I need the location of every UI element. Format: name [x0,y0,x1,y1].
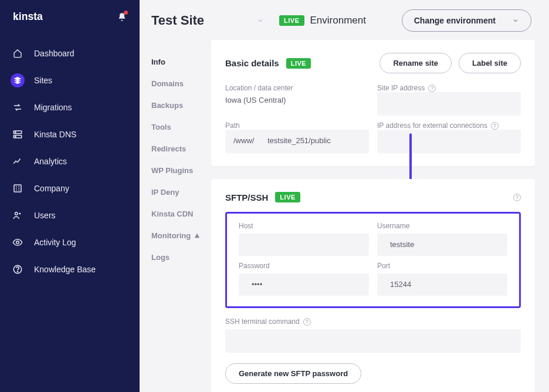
svg-point-4 [15,132,16,133]
dns-icon [12,129,23,140]
notification-dot-icon [124,11,128,15]
nav-label: Dashboard [34,49,74,58]
help-icon[interactable]: ? [513,194,521,201]
eye-icon [12,237,23,248]
password-label: Password [239,262,369,270]
site-ip-label: Site IP address ? [377,84,521,92]
svg-rect-6 [14,185,21,192]
nav-label: Knowledge Base [34,265,96,274]
notifications-button[interactable] [117,12,127,22]
port-label: Port [377,262,507,270]
nav-dns[interactable]: Kinsta DNS [0,121,140,148]
nav-label: Migrations [34,103,72,112]
subnav-redirects[interactable]: Redirects [151,144,211,153]
subnav-logs[interactable]: Logs [151,253,211,262]
port-value: 15244 [377,273,507,296]
ssh-cmd-value [225,329,521,353]
sftp-credentials-box: Host Username testsite Password •••• [225,212,521,308]
label-site-button[interactable]: Label site [459,53,521,73]
live-badge: LIVE [279,15,304,26]
external-ip-value [377,130,521,153]
card-title: SFTP/SSH [225,192,268,202]
page-title: Test Site [151,13,204,28]
nav-analytics[interactable]: Analytics [0,148,140,175]
analytics-icon [12,156,23,167]
svg-point-5 [15,136,16,137]
svg-point-8 [16,241,19,244]
live-badge: LIVE [286,58,311,69]
chevron-down-icon [512,17,519,24]
subnav-cdn[interactable]: Kinsta CDN [151,209,211,218]
kinsta-logo: kinsta [13,11,65,23]
nav-activity[interactable]: Activity Log [0,229,140,256]
change-env-label: Change environment [414,16,496,25]
help-icon[interactable]: ? [491,122,499,130]
location-value: Iowa (US Central) [225,92,369,116]
subnav-monitoring[interactable]: Monitoring [151,231,211,240]
subnav-info[interactable]: Info [151,58,211,66]
rename-site-button[interactable]: Rename site [379,53,452,73]
help-icon[interactable]: ? [303,318,311,326]
alert-icon [194,233,200,239]
subnav-ipdeny[interactable]: IP Deny [151,188,211,197]
subnav-domains[interactable]: Domains [151,79,211,88]
question-circle-icon [12,264,23,275]
password-value: •••• [239,273,369,296]
username-label: Username [377,222,507,230]
card-title: Basic details [225,58,279,68]
sidebar: kinsta Dashboard Sites Migrations Kinsta… [0,0,140,392]
nav-dashboard[interactable]: Dashboard [0,40,140,67]
nav-migrations[interactable]: Migrations [0,94,140,121]
site-subnav: Info Domains Backups Tools Redirects WP … [140,32,211,392]
subnav-backups[interactable]: Backups [151,101,211,110]
svg-point-1 [16,18,18,20]
change-environment-button[interactable]: Change environment [402,9,531,32]
users-icon [12,210,23,221]
home-icon [13,49,22,58]
help-icon[interactable]: ? [428,85,436,92]
nav-sites[interactable]: Sites [0,67,140,94]
ssh-cmd-label: SSH terminal command ? [225,317,521,326]
site-ip-value [377,92,521,116]
username-value: testsite [377,234,507,256]
nav-company[interactable]: Company [0,175,140,202]
company-icon [12,183,23,194]
nav-label: Company [34,184,69,193]
svg-point-10 [17,271,18,272]
nav-label: Sites [34,76,52,85]
nav-knowledge[interactable]: Knowledge Base [0,256,140,283]
path-value: /www/ testsite_251/public [225,130,369,153]
nav-label: Activity Log [34,238,76,247]
host-label: Host [239,222,369,230]
host-value [239,234,369,256]
location-label: Location / data center [225,84,369,92]
subnav-plugins[interactable]: WP Plugins [151,166,211,175]
nav-users[interactable]: Users [0,202,140,229]
environment-label: Environment [310,15,366,26]
subnav-tools[interactable]: Tools [151,123,211,131]
nav-label: Users [34,211,56,220]
path-label: Path [225,121,369,130]
basic-details-card: Basic details LIVE Rename site Label sit… [211,40,535,166]
page-header: Test Site LIVE Environment Change enviro… [140,0,549,32]
generate-sftp-password-button[interactable]: Generate new SFTP password [225,363,361,384]
svg-point-7 [15,212,18,215]
svg-text:kinsta: kinsta [13,11,43,22]
chevron-down-icon[interactable] [257,17,264,24]
migration-icon [12,102,23,113]
main-nav: Dashboard Sites Migrations Kinsta DNS An… [0,40,140,283]
sftp-card: SFTP/SSH LIVE ? Host Username testsite [211,179,535,392]
nav-label: Analytics [34,157,67,166]
live-badge: LIVE [275,192,300,202]
nav-label: Kinsta DNS [34,130,76,139]
stack-icon [13,76,22,85]
external-ip-label: IP address for external connections ? [377,121,521,130]
